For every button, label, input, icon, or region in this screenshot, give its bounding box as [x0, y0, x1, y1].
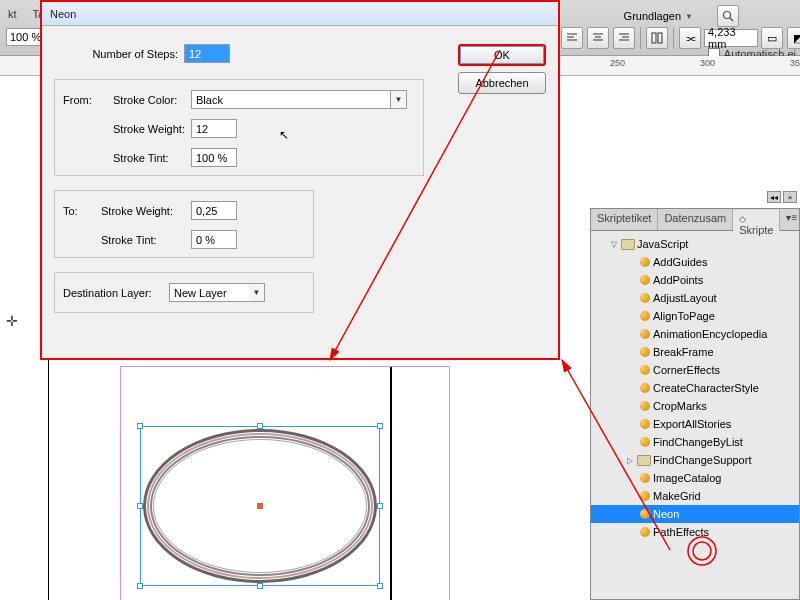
tree-folder-javascript[interactable]: ▽JavaScript: [591, 235, 799, 253]
dest-layer-label: Destination Layer:: [63, 287, 169, 299]
workspace-switcher[interactable]: Grundlagen ▼: [624, 4, 740, 28]
stroke-weight-label: Stroke Weight:: [101, 205, 191, 217]
folder-icon: [621, 239, 635, 250]
tree-item-createcharacterstyle[interactable]: CreateCharacterStyle: [591, 379, 799, 397]
cancel-button[interactable]: Abbrechen: [458, 72, 546, 94]
script-tree[interactable]: ▽JavaScriptAddGuidesAddPointsAdjustLayou…: [591, 231, 799, 545]
script-icon: [639, 490, 651, 502]
align-center-icon[interactable]: [587, 27, 609, 49]
resize-handle[interactable]: [377, 423, 383, 429]
tree-item-cropmarks[interactable]: CropMarks: [591, 397, 799, 415]
selection-bounding-box[interactable]: [140, 426, 380, 586]
search-icon[interactable]: [717, 5, 739, 27]
workspace-label: Grundlagen: [624, 10, 682, 22]
resize-handle[interactable]: [137, 423, 143, 429]
tree-item-animationencyclopedia[interactable]: AnimationEncyclopedia: [591, 325, 799, 343]
svg-line-1: [730, 18, 733, 21]
zoom-value: 100 %: [10, 31, 41, 43]
chain-icon[interactable]: ⫘: [679, 27, 701, 49]
align-left-icon[interactable]: [561, 27, 583, 49]
script-icon: [639, 472, 651, 484]
tab-skripte[interactable]: ◇ Skripte: [733, 210, 780, 231]
script-icon: [639, 346, 651, 358]
to-stroke-weight-value: 0,25: [196, 205, 217, 217]
tab-label: Datenzusam: [664, 212, 726, 224]
tree-item-imagecatalog[interactable]: ImageCatalog: [591, 469, 799, 487]
tool-icon[interactable]: ▭: [761, 27, 783, 49]
folder-label: JavaScript: [637, 238, 688, 250]
panel-close-icon[interactable]: ×: [783, 191, 797, 203]
tree-item-exportallstories[interactable]: ExportAllStories: [591, 415, 799, 433]
tree-item-findchangesupport[interactable]: ▷FindChangeSupport: [591, 451, 799, 469]
panel-collapse-icon[interactable]: ◂◂: [767, 191, 781, 203]
resize-handle[interactable]: [257, 583, 263, 589]
script-icon: [639, 526, 651, 538]
separator: [673, 27, 674, 49]
tree-item-label: Neon: [653, 508, 679, 520]
tree-item-neon[interactable]: Neon: [591, 505, 799, 523]
stroke-color-combo[interactable]: Black ▼: [191, 90, 407, 109]
to-stroke-tint-value: 0 %: [196, 234, 215, 246]
svg-rect-12: [658, 33, 662, 43]
tab-label: Skriptetiket: [597, 212, 651, 224]
center-point[interactable]: [257, 503, 263, 509]
tree-item-patheffects[interactable]: PathEffects: [591, 523, 799, 541]
tree-item-breakframe[interactable]: BreakFrame: [591, 343, 799, 361]
script-icon: [639, 310, 651, 322]
tree-item-label: MakeGrid: [653, 490, 701, 502]
script-icon: [639, 328, 651, 340]
tree-item-label: AddGuides: [653, 256, 707, 268]
script-icon: [639, 418, 651, 430]
numeric-input[interactable]: 4,233 mm: [704, 29, 758, 47]
tree-item-cornereffects[interactable]: CornerEffects: [591, 361, 799, 379]
to-stroke-tint-input[interactable]: 0 %: [191, 230, 237, 249]
chevron-down-icon: ▼: [391, 90, 407, 109]
align-right-icon[interactable]: [613, 27, 635, 49]
script-icon: [639, 436, 651, 448]
tree-item-addguides[interactable]: AddGuides: [591, 253, 799, 271]
tree-item-label: ExportAllStories: [653, 418, 731, 430]
tab-datenzusammen[interactable]: Datenzusam: [658, 209, 733, 230]
script-icon: [639, 400, 651, 412]
tree-item-addpoints[interactable]: AddPoints: [591, 271, 799, 289]
tree-item-label: AddPoints: [653, 274, 703, 286]
columns-icon[interactable]: [646, 27, 668, 49]
to-stroke-weight-input[interactable]: 0,25: [191, 201, 237, 220]
resize-handle[interactable]: [137, 583, 143, 589]
resize-handle[interactable]: [377, 503, 383, 509]
dest-layer-combo[interactable]: New Layer ▼: [169, 283, 265, 302]
tree-item-findchangebylist[interactable]: FindChangeByList: [591, 433, 799, 451]
menu-item[interactable]: kt: [4, 6, 21, 22]
script-icon: [639, 292, 651, 304]
resize-handle[interactable]: [377, 583, 383, 589]
script-icon: [639, 364, 651, 376]
stroke-weight-label: Stroke Weight:: [113, 123, 191, 135]
from-stroke-weight-value: 12: [196, 123, 208, 135]
tree-item-label: AnimationEncyclopedia: [653, 328, 767, 340]
stroke-tint-label: Stroke Tint:: [113, 152, 191, 164]
tree-item-makegrid[interactable]: MakeGrid: [591, 487, 799, 505]
cancel-label: Abbrechen: [475, 77, 528, 89]
tree-item-aligntopage[interactable]: AlignToPage: [591, 307, 799, 325]
resize-handle[interactable]: [137, 503, 143, 509]
ok-button[interactable]: OK: [458, 44, 546, 66]
num-steps-input[interactable]: 12: [184, 44, 230, 63]
crosshair-cursor-icon: ✛: [6, 313, 18, 329]
resize-handle[interactable]: [257, 423, 263, 429]
tab-skriptetikett[interactable]: Skriptetiket: [591, 209, 658, 230]
tool-icon[interactable]: ◩: [787, 27, 800, 49]
ruler-tick: 300: [700, 58, 715, 68]
dialog-titlebar[interactable]: Neon: [42, 2, 558, 26]
tree-item-label: AlignToPage: [653, 310, 715, 322]
script-icon: [639, 256, 651, 268]
from-stroke-tint-input[interactable]: 100 %: [191, 148, 237, 167]
control-bar: ⫘ 4,233 mm ▭ ◩ ✕: [560, 26, 800, 50]
from-stroke-weight-input[interactable]: 12: [191, 119, 237, 138]
script-icon: [639, 274, 651, 286]
chevron-down-icon: ▼: [249, 283, 265, 302]
to-group: To: Stroke Weight: 0,25 Stroke Tint: 0 %: [54, 190, 314, 258]
numeric-value: 4,233 mm: [708, 26, 754, 50]
tree-item-adjustlayout[interactable]: AdjustLayout: [591, 289, 799, 307]
panel-menu-icon[interactable]: ▾≡: [780, 209, 800, 230]
disclosure-icon: ▽: [609, 240, 619, 249]
